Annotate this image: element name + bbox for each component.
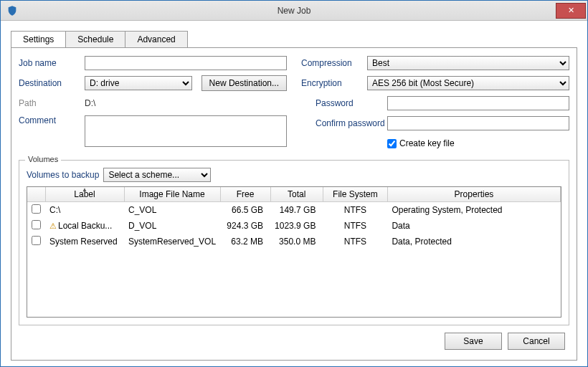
volumes-grid: ▲Label Image File Name Free Total File S… [27,186,561,318]
destination-label: Destination [19,78,85,88]
settings-panel: Job name Destination D: drive New Destin… [11,47,577,361]
cell-total: 350.0 MB [270,234,323,249]
save-button[interactable]: Save [445,333,502,350]
warning-icon: ⚠ [49,221,57,230]
create-key-file-label: Create key file [399,138,455,148]
compression-select[interactable]: Best [367,56,569,70]
content: Settings Schedule Advanced Job name Dest… [1,21,587,366]
window-title: New Job [1,6,587,16]
cell-file-system: NTFS [323,234,387,249]
cell-properties: Data, Protected [387,234,560,249]
grid-header-row: ▲Label Image File Name Free Total File S… [27,187,561,202]
cell-label: System Reserved [45,234,124,249]
volumes-to-backup-label: Volumes to backup [27,170,99,180]
new-destination-button[interactable]: New Destination... [201,75,287,91]
sort-icon: ▲ [82,186,87,193]
cell-label: ⚠Local Backu... [45,218,124,234]
path-label: Path [19,98,85,108]
cell-label: C:\ [45,202,124,219]
row-checkbox[interactable] [32,220,41,229]
col-checkbox[interactable] [27,187,45,202]
table-row[interactable]: C:\C_VOL66.5 GB149.7 GBNTFSOperating Sys… [27,202,561,219]
col-total[interactable]: Total [270,187,323,202]
tab-strip: Settings Schedule Advanced [11,31,577,48]
cell-free: 63.2 MB [220,234,270,249]
titlebar: New Job ✕ [1,1,587,21]
table-row[interactable]: ⚠Local Backu...D_VOL924.3 GB1023.9 GBNTF… [27,218,561,234]
create-key-file-checkbox[interactable] [387,139,397,148]
left-column: Job name Destination D: drive New Destin… [19,55,287,156]
password-label: Password [301,98,387,108]
cell-total: 1023.9 GB [270,218,323,234]
col-file-system[interactable]: File System [323,187,387,202]
right-column: Compression Best Encryption AES 256 bit … [301,55,569,156]
comment-label: Comment [19,115,85,125]
col-free[interactable]: Free [220,187,270,202]
col-label[interactable]: ▲Label [45,187,124,202]
form-top: Job name Destination D: drive New Destin… [19,55,569,156]
cell-file-system: NTFS [323,218,387,234]
col-properties[interactable]: Properties [387,187,560,202]
cell-file-system: NTFS [323,202,387,219]
volumes-fieldset: Volumes Volumes to backup Select a schem… [19,160,569,325]
cancel-button[interactable]: Cancel [508,333,565,350]
row-checkbox[interactable] [32,204,41,214]
shield-icon [6,5,18,16]
window: New Job ✕ Settings Schedule Advanced Job… [0,0,588,367]
cell-total: 149.7 GB [270,202,323,219]
destination-select[interactable]: D: drive [85,76,192,90]
confirm-password-input[interactable] [387,116,569,130]
tab-schedule[interactable]: Schedule [65,31,125,48]
close-button[interactable]: ✕ [556,3,586,19]
cell-free: 66.5 GB [220,202,270,219]
cell-properties: Data [387,218,560,234]
encryption-select[interactable]: AES 256 bit (Most Secure) [367,76,569,90]
encryption-label: Encryption [301,78,367,88]
job-name-label: Job name [19,58,85,68]
row-checkbox[interactable] [32,236,41,245]
volumes-legend: Volumes [25,155,61,163]
job-name-input[interactable] [85,56,287,70]
path-value: D:\ [85,98,95,108]
confirm-password-label: Confirm password [301,118,387,128]
compression-label: Compression [301,58,367,68]
cell-properties: Operating System, Protected [387,202,560,219]
cell-image-file-name: SystemReserved_VOL [124,234,220,249]
comment-input[interactable] [85,115,287,147]
scheme-select[interactable]: Select a scheme... [103,168,211,182]
tab-advanced[interactable]: Advanced [125,31,187,48]
cell-image-file-name: C_VOL [124,202,220,219]
cell-free: 924.3 GB [220,218,270,234]
password-input[interactable] [387,96,569,110]
dialog-footer: Save Cancel [19,325,569,353]
cell-image-file-name: D_VOL [124,218,220,234]
col-image-file-name[interactable]: Image File Name [124,187,220,202]
tab-settings[interactable]: Settings [11,31,66,48]
table-row[interactable]: System ReservedSystemReserved_VOL63.2 MB… [27,234,561,249]
